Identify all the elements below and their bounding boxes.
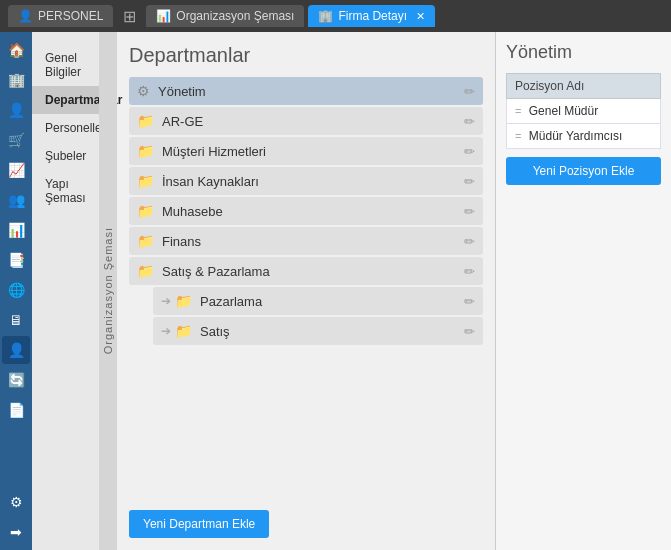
nav-panel: Genel Bilgiler Departmanlar Personeller … — [32, 32, 117, 550]
dept-insan-edit-icon[interactable]: ✏ — [464, 174, 475, 189]
positions-table: Pozisyon Adı = Genel Müdür = Müdür Yardı… — [506, 73, 661, 149]
top-bar: 👤 PERSONEL ⊞ 📊 Organizasyon Şeması 🏢 Fir… — [0, 0, 671, 32]
sidebar-icon-layers[interactable]: 📑 — [2, 246, 30, 274]
dept-insan-icon: 📁 — [137, 173, 154, 189]
row-handle-icon: = — [515, 105, 521, 117]
icon-sidebar: 🏠 🏢 👤 🛒 📈 👥 📊 📑 🌐 🖥 👤 🔄 📄 ⚙ ➡ — [0, 32, 32, 550]
dept-pazarlama-label: Pazarlama — [200, 294, 464, 309]
add-position-button[interactable]: Yeni Pozisyon Ekle — [506, 157, 661, 185]
org-schema-icon: 📊 — [156, 9, 171, 23]
dept-sp-label: Satış & Pazarlama — [162, 264, 464, 279]
dept-sp-edit-icon[interactable]: ✏ — [464, 264, 475, 279]
sidebar-icon-person2[interactable]: 👤 — [2, 336, 30, 364]
dept-pazarlama-arrow-icon: ➔ — [161, 294, 171, 308]
sidebar-icon-monitor[interactable]: 🖥 — [2, 306, 30, 334]
table-row: = Müdür Yardımcısı — [507, 124, 661, 149]
dept-item-insan-kaynaklari[interactable]: 📁 İnsan Kaynakları ✏ — [129, 167, 483, 195]
position-genel-mudur: = Genel Müdür — [507, 99, 661, 124]
row-handle-icon: = — [515, 130, 521, 142]
dept-finans-label: Finans — [162, 234, 464, 249]
personel-icon: 👤 — [18, 9, 33, 23]
table-row: = Genel Müdür — [507, 99, 661, 124]
dept-sp-icon: 📁 — [137, 263, 154, 279]
dept-ar-ge-edit-icon[interactable]: ✏ — [464, 114, 475, 129]
dept-item-yonetim[interactable]: ⚙ Yönetim ✏ — [129, 77, 483, 105]
dept-musteri-icon: 📁 — [137, 143, 154, 159]
tab-personel[interactable]: 👤 PERSONEL — [8, 5, 113, 27]
dept-satis-edit-icon[interactable]: ✏ — [464, 324, 475, 339]
dept-musteri-edit-icon[interactable]: ✏ — [464, 144, 475, 159]
sidebar-icon-building[interactable]: 🏢 — [2, 66, 30, 94]
dept-muhasebe-edit-icon[interactable]: ✏ — [464, 204, 475, 219]
tab-close-button[interactable]: ✕ — [416, 10, 425, 23]
dept-yonetim-edit-icon[interactable]: ✏ — [464, 84, 475, 99]
dept-item-pazarlama[interactable]: ➔ 📁 Pazarlama ✏ — [153, 287, 483, 315]
dept-satis-label: Satış — [200, 324, 464, 339]
dept-satis-icon: 📁 — [175, 323, 192, 339]
sidebar-icon-gear[interactable]: ⚙ — [2, 488, 30, 516]
grid-icon: ⊞ — [123, 7, 136, 26]
sidebar-icon-home[interactable]: 🏠 — [2, 36, 30, 64]
dept-yonetim-icon: ⚙ — [137, 83, 150, 99]
dept-item-muhasebe[interactable]: 📁 Muhasebe ✏ — [129, 197, 483, 225]
sidebar-icon-chart[interactable]: 📈 — [2, 156, 30, 184]
dept-list: ⚙ Yönetim ✏ 📁 AR-GE ✏ 📁 Müşteri Hizmetle… — [129, 77, 483, 500]
add-dept-button[interactable]: Yeni Departman Ekle — [129, 510, 269, 538]
position-mudur-yardimcisi: = Müdür Yardımcısı — [507, 124, 661, 149]
mgmt-panel-title: Yönetim — [506, 42, 661, 63]
dept-item-finans[interactable]: 📁 Finans ✏ — [129, 227, 483, 255]
sidebar-icon-globe[interactable]: 🌐 — [2, 276, 30, 304]
tab-org-schema[interactable]: 📊 Organizasyon Şeması — [146, 5, 304, 27]
tab-firma-detay[interactable]: 🏢 Firma Detayı ✕ — [308, 5, 435, 27]
sidebar-icon-doc[interactable]: 📄 — [2, 396, 30, 424]
dept-item-musteri-hizmetleri[interactable]: 📁 Müşteri Hizmetleri ✏ — [129, 137, 483, 165]
dept-ar-ge-icon: 📁 — [137, 113, 154, 129]
mgmt-panel: Yönetim Pozisyon Adı = Genel Müdür = M — [496, 32, 671, 550]
dept-panel-title: Departmanlar — [129, 44, 483, 67]
dept-ar-ge-label: AR-GE — [162, 114, 464, 129]
dept-musteri-label: Müşteri Hizmetleri — [162, 144, 464, 159]
dept-satis-arrow-icon: ➔ — [161, 324, 171, 338]
sidebar-icon-cart[interactable]: 🛒 — [2, 126, 30, 154]
nav-panel-vertical-label: Organizasyon Şeması — [99, 32, 117, 550]
dept-pazarlama-edit-icon[interactable]: ✏ — [464, 294, 475, 309]
sidebar-icon-person[interactable]: 👤 — [2, 96, 30, 124]
dept-finans-edit-icon[interactable]: ✏ — [464, 234, 475, 249]
dept-item-satis-pazarlama[interactable]: 📁 Satış & Pazarlama ✏ — [129, 257, 483, 285]
dept-muhasebe-label: Muhasebe — [162, 204, 464, 219]
sidebar-icon-exit[interactable]: ➡ — [2, 518, 30, 546]
dept-item-ar-ge[interactable]: 📁 AR-GE ✏ — [129, 107, 483, 135]
dept-item-satis[interactable]: ➔ 📁 Satış ✏ — [153, 317, 483, 345]
sidebar-icon-bar[interactable]: 📊 — [2, 216, 30, 244]
positions-column-header: Pozisyon Adı — [507, 74, 661, 99]
dept-yonetim-label: Yönetim — [158, 84, 464, 99]
sidebar-icon-group[interactable]: 👥 — [2, 186, 30, 214]
dept-finans-icon: 📁 — [137, 233, 154, 249]
dept-panel: Departmanlar ⚙ Yönetim ✏ 📁 AR-GE ✏ 📁 Müş… — [117, 32, 496, 550]
dept-muhasebe-icon: 📁 — [137, 203, 154, 219]
dept-insan-label: İnsan Kaynakları — [162, 174, 464, 189]
sidebar-icon-refresh[interactable]: 🔄 — [2, 366, 30, 394]
firma-detay-icon: 🏢 — [318, 9, 333, 23]
dept-pazarlama-icon: 📁 — [175, 293, 192, 309]
main-layout: 🏠 🏢 👤 🛒 📈 👥 📊 📑 🌐 🖥 👤 🔄 📄 ⚙ ➡ Genel Bilg… — [0, 32, 671, 550]
